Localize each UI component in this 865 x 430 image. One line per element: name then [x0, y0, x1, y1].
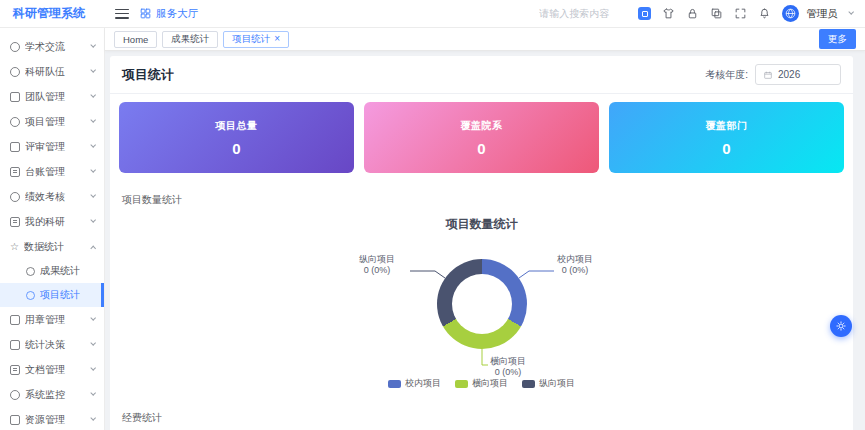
chevron-down-icon [90, 217, 96, 223]
section-label-funding: 经费统计 [110, 399, 853, 425]
sidebar-item-review-management[interactable]: 评审管理 [0, 134, 104, 159]
fullscreen-icon[interactable] [734, 7, 747, 20]
sidebar-item-performance-assessment[interactable]: 绩效考核 [0, 184, 104, 209]
stat-value: 0 [477, 140, 485, 157]
chevron-down-icon [90, 92, 96, 98]
project-count-chart: 项目数量统计 校内项目 0 (0%) 纵向项目 0 (0%) 横向项目 0 (0… [110, 209, 853, 399]
sidebar-item-achievement-statistics[interactable]: 成果统计 [0, 259, 104, 283]
menu-toggle-icon[interactable] [115, 9, 129, 19]
stat-value: 0 [722, 140, 730, 157]
chevron-down-icon [90, 167, 96, 173]
page-title: 项目统计 [122, 66, 174, 84]
lock-icon[interactable] [686, 7, 699, 20]
tab-home[interactable]: Home [114, 31, 157, 48]
section-label-project-count: 项目数量统计 [110, 183, 853, 207]
stat-card-covered-departments[interactable]: 覆盖部门 0 [609, 102, 844, 173]
calendar-icon [763, 70, 773, 80]
stat-card-total-projects[interactable]: 项目总量 0 [119, 102, 354, 173]
sidebar-item-project-statistics[interactable]: 项目统计 [0, 283, 104, 307]
close-icon[interactable]: × [274, 34, 280, 44]
star-icon: ☆ [10, 242, 19, 252]
chevron-down-icon [90, 340, 96, 346]
sidebar-item-project-management[interactable]: 项目管理 [0, 109, 104, 134]
year-value: 2026 [778, 69, 800, 80]
review-icon [10, 142, 20, 152]
service-hall-label: 服务大厅 [156, 7, 198, 21]
circle-arrow-icon [26, 291, 35, 300]
label-horizontal-projects: 横向项目 0 (0%) [490, 356, 526, 378]
legend-item-vertical[interactable]: 纵向项目 [522, 377, 575, 390]
legend-item-horizontal[interactable]: 横向项目 [455, 377, 508, 390]
tag-tabs-bar: Home 成果统计 项目统计 × 更多 [105, 28, 865, 51]
year-picker[interactable]: 2026 [755, 64, 841, 85]
sidebar-item-data-statistics[interactable]: ☆ 数据统计 [0, 234, 104, 259]
sidebar-item-research-team[interactable]: 科研队伍 [0, 59, 104, 84]
tab-project-statistics[interactable]: 项目统计 × [223, 31, 289, 48]
chevron-down-icon [90, 415, 96, 421]
username-label[interactable]: 管理员 [806, 7, 838, 21]
chevron-down-icon [90, 390, 96, 396]
chart-title: 项目数量统计 [110, 216, 853, 233]
chevron-down-icon[interactable] [848, 9, 854, 15]
donut-chart[interactable] [437, 259, 527, 349]
translate-icon[interactable] [638, 7, 651, 20]
sidebar-item-my-research[interactable]: 我的科研 [0, 209, 104, 234]
chevron-up-icon [90, 245, 96, 251]
chevron-down-icon [90, 315, 96, 321]
circle-arrow-icon [26, 267, 35, 276]
notebook-icon [10, 217, 20, 227]
assessment-year-filter: 考核年度: 2026 [705, 64, 841, 85]
settings-fab-button[interactable] [830, 315, 852, 337]
stat-value: 0 [232, 140, 240, 157]
stat-cards: 项目总量 0 覆盖院系 0 覆盖部门 0 [110, 94, 853, 183]
sidebar-item-academic-exchange[interactable]: 学术交流 [0, 34, 104, 59]
sidebar-item-system-monitor[interactable]: 系统监控 [0, 382, 104, 407]
topbar: 科研管理系统 服务大厅 管理员 [0, 0, 865, 28]
chart-legend: 校内项目 横向项目 纵向项目 [110, 377, 853, 390]
sidebar-item-document-management[interactable]: 文档管理 [0, 357, 104, 382]
clock-icon [10, 390, 20, 400]
chevron-down-icon [90, 67, 96, 73]
pen-icon [10, 117, 20, 127]
badge-icon [10, 192, 20, 202]
group-icon [10, 92, 20, 102]
theme-icon[interactable] [662, 7, 675, 20]
sidebar-item-team-management[interactable]: 团队管理 [0, 84, 104, 109]
chevron-down-icon [90, 117, 96, 123]
legend-swatch [388, 380, 401, 388]
legend-swatch [455, 380, 468, 388]
document-icon [10, 365, 20, 375]
chevron-down-icon [90, 365, 96, 371]
folder-icon [10, 415, 20, 425]
main-panel: 项目统计 考核年度: 2026 项目总量 0 覆盖院系 0 覆盖部门 0 项目数… [110, 56, 853, 430]
sidebar-item-ledger-management[interactable]: 台账管理 [0, 159, 104, 184]
filter-label: 考核年度: [705, 68, 748, 82]
service-hall-link[interactable]: 服务大厅 [139, 7, 198, 21]
apps-grid-icon [139, 7, 152, 20]
panel-header: 项目统计 考核年度: 2026 [110, 56, 853, 94]
people-icon [10, 67, 20, 77]
label-campus-projects: 校内项目 0 (0%) [557, 254, 593, 276]
app-logo: 科研管理系统 [0, 5, 105, 22]
seal-icon [10, 315, 20, 325]
label-vertical-projects: 纵向项目 0 (0%) [348, 254, 406, 276]
more-button[interactable]: 更多 [819, 29, 856, 49]
sidebar-item-resource-management[interactable]: 资源管理 [0, 407, 104, 430]
sidebar-item-seal-management[interactable]: 用章管理 [0, 307, 104, 332]
search-input[interactable] [539, 8, 627, 19]
bell-icon[interactable] [758, 7, 771, 20]
stat-card-covered-colleges[interactable]: 覆盖院系 0 [364, 102, 599, 173]
gear-icon [835, 320, 847, 332]
bar-chart-icon [10, 340, 20, 350]
layout-copy-icon[interactable] [710, 7, 723, 20]
user-avatar[interactable] [782, 5, 799, 22]
headset-icon [10, 42, 20, 52]
chevron-down-icon [90, 142, 96, 148]
chevron-down-icon [90, 192, 96, 198]
legend-swatch [522, 380, 535, 388]
legend-item-campus[interactable]: 校内项目 [388, 377, 441, 390]
tab-achievement-statistics[interactable]: 成果统计 [162, 31, 218, 48]
sidebar-item-statistics-decision[interactable]: 统计决策 [0, 332, 104, 357]
ledger-icon [10, 167, 20, 177]
sidebar: 学术交流 科研队伍 团队管理 项目管理 评审管理 台账管理 绩效考核 我的科研 … [0, 28, 105, 430]
